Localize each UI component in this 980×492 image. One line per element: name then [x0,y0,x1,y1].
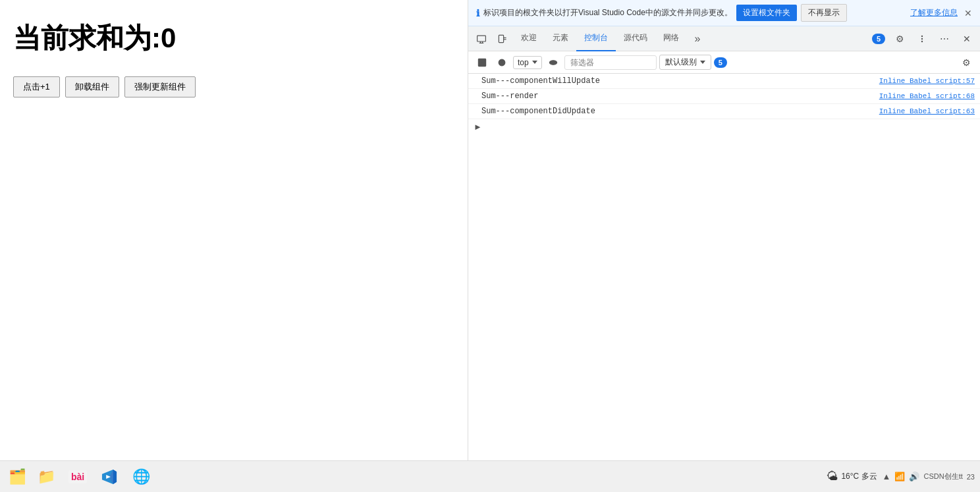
tab-sources[interactable]: 源代码 [616,26,655,51]
level-label: 默认级别 [665,57,697,68]
level-chevron-icon [700,61,705,64]
svg-rect-4 [499,35,503,42]
table-row: Sum---render Inline Babel script:68 [468,89,980,104]
log-source-2[interactable]: Inline Babel script:68 [879,92,975,100]
tab-network[interactable]: 网络 [655,26,687,51]
info-close-button[interactable]: ✕ [964,8,972,18]
devtools-tabs: 欢迎 元素 控制台 源代码 网络 » 5 ⚙ ⋯ ✕ [468,26,980,51]
console-toolbar: top 默认级别 5 ⚙ [468,51,980,74]
search-elements-icon[interactable] [493,29,512,49]
svg-rect-0 [477,36,486,41]
taskbar-app-vscode[interactable] [95,462,124,491]
device-toolbar-icon[interactable] [472,29,491,49]
info-learn-more-link[interactable]: 了解更多信息 [910,7,958,18]
console-count-badge: 5 [714,57,727,68]
tab-console[interactable]: 控制台 [576,26,616,51]
log-message-3: Sum---componentDidUpdate [481,107,879,116]
customize-icon[interactable] [912,29,932,49]
start-button[interactable]: 🗂️ [5,465,29,489]
info-message: 标识项目的根文件夹以打开Visual Studio Code中的源文件并同步更改… [483,7,732,18]
log-level-dropdown[interactable]: 默认级别 [659,55,711,70]
taskbar-app-store[interactable]: bài [63,462,92,491]
tab-elements[interactable]: 元素 [545,26,576,51]
info-icon: ℹ [476,8,479,18]
filter-toggle-icon[interactable] [493,54,510,71]
set-root-button[interactable]: 设置根文件夹 [736,5,797,21]
tab-welcome[interactable]: 欢迎 [513,26,545,51]
button-row: 点击+1 卸载组件 强制更新组件 [13,76,454,97]
volume-icon[interactable]: 🔊 [909,472,919,481]
weather-text: 16°C 多云 [841,471,877,482]
network-icon[interactable]: ▲ [883,472,891,481]
svg-point-8 [921,38,923,39]
log-source-3[interactable]: Inline Babel script:63 [879,107,975,115]
left-panel: 当前求和为:0 点击+1 卸载组件 强制更新组件 [0,0,468,474]
more-options-icon[interactable]: ⋯ [935,29,954,49]
info-bar: ℹ 标识项目的根文件夹以打开Visual Studio Code中的源文件并同步… [468,0,980,26]
log-message-2: Sum---render [481,92,879,101]
settings-icon[interactable]: ⚙ [890,29,910,49]
taskbar-right: 🌤 16°C 多云 ▲ 📶 🔊 CSDN创生tt 23 [827,470,975,483]
system-tray: ▲ 📶 🔊 CSDN创生tt 23 [883,472,975,481]
table-row: Sum---componentWillUpdate Inline Babel s… [468,74,980,89]
taskbar-app-edge[interactable]: 🌐 [126,462,155,491]
context-chevron-icon [532,61,537,64]
more-tabs-icon[interactable]: » [688,29,707,49]
svg-point-19 [552,61,554,63]
increment-button[interactable]: 点击+1 [13,76,60,97]
info-bar-left: ℹ 标识项目的根文件夹以打开Visual Studio Code中的源文件并同步… [476,4,847,22]
console-settings-icon[interactable]: ⚙ [958,54,975,71]
context-dropdown[interactable]: top [513,56,542,69]
date-label: 23 [967,473,975,481]
console-content: Sum---componentWillUpdate Inline Babel s… [468,74,980,492]
context-value: top [518,58,529,67]
main-title: 当前求和为:0 [13,20,454,57]
eye-icon[interactable] [545,54,562,71]
unmount-button[interactable]: 卸载组件 [65,76,119,97]
wifi-icon[interactable]: 📶 [894,472,905,481]
time-label: CSDN创生tt [923,472,962,481]
expand-arrow[interactable]: ► [468,119,980,134]
info-bar-right: 了解更多信息 ✕ [910,7,972,18]
log-source-1[interactable]: Inline Babel script:57 [879,77,975,85]
close-devtools-icon[interactable]: ✕ [957,29,977,49]
force-update-button[interactable]: 强制更新组件 [124,76,196,97]
tab-right-icons: 5 ⚙ ⋯ ✕ [872,29,977,49]
clear-console-icon[interactable] [474,54,491,71]
devtools-panel: ℹ 标识项目的根文件夹以打开Visual Studio Code中的源文件并同步… [468,0,980,492]
table-row: Sum---componentDidUpdate Inline Babel sc… [468,104,980,119]
taskbar: 🗂️ 📁 bài 🌐 🌤 16°C 多云 ▲ 📶 🔊 CSDN创生tt 23 [0,460,980,492]
svg-point-9 [921,40,923,41]
weather-widget[interactable]: 🌤 16°C 多云 [827,470,877,483]
no-show-button[interactable]: 不再显示 [801,4,847,22]
taskbar-app-files[interactable]: 📁 [32,462,61,491]
filter-input[interactable] [564,55,657,70]
console-badge: 5 [872,34,885,44]
log-message-1: Sum---componentWillUpdate [481,76,879,86]
